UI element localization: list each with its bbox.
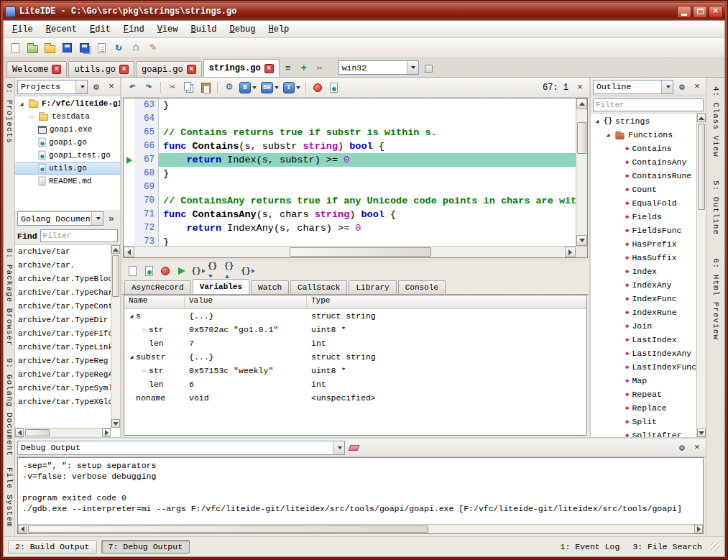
projects-close-icon[interactable]: × [105, 81, 118, 93]
variable-row-noname[interactable]: nonamevoid<unspecified> [124, 391, 586, 405]
output-gear-icon[interactable]: ⚙ [676, 441, 688, 454]
scrollbar-thumb[interactable] [577, 122, 586, 154]
outline-filter-input[interactable] [593, 98, 704, 111]
code-line-70[interactable]: 70// ContainsAny returns true if any Uni… [124, 194, 576, 208]
output-close-icon[interactable]: × [691, 441, 704, 454]
outline-func-lastindex[interactable]: ◆LastIndex [591, 333, 696, 346]
scrollbar-thumb[interactable] [698, 124, 705, 210]
code-line-71[interactable]: 71func ContainsAny(s, chars string) bool… [124, 208, 576, 221]
variable-row-str[interactable]: ▷str0x57153c "weekly"uint8 * [124, 364, 586, 377]
breakpoint-gutter[interactable] [124, 139, 134, 153]
scroll-right-icon[interactable] [694, 525, 703, 533]
clear-output-icon[interactable] [347, 441, 360, 454]
editor-hscrollbar[interactable] [124, 246, 587, 257]
expand-icon[interactable]: ▷ [28, 114, 35, 120]
outline-func-replace[interactable]: ◆Replace [591, 401, 696, 415]
titlebar[interactable]: LiteIDE - C:\Go\src\pkg\strings\strings.… [3, 3, 725, 20]
breakpoint-gutter[interactable] [124, 112, 134, 126]
variable-row-len[interactable]: len6int [124, 377, 586, 391]
copy-icon[interactable] [181, 80, 197, 96]
build-config-icon[interactable]: ⚙ [221, 80, 237, 96]
outline-func-splitafter[interactable]: ◆SplitAfter [591, 428, 696, 437]
expand-icon[interactable]: ▷ [140, 367, 149, 374]
outline-func-indexfunc[interactable]: ◆IndexFunc [591, 292, 696, 306]
menu-file[interactable]: File [6, 23, 39, 36]
edit-environment-icon[interactable]: ✎ [145, 40, 161, 56]
toggle-breakpoint-icon[interactable] [125, 264, 139, 278]
outline-func-join[interactable]: ◆Join [591, 319, 696, 333]
doc-item[interactable]: archive/tar.TypeXGlobalHeader [15, 395, 111, 409]
column-header-type[interactable]: Type [307, 295, 586, 308]
collapse-icon[interactable]: ◢ [127, 354, 136, 360]
menu-view[interactable]: View [152, 23, 184, 36]
close-tab-icon[interactable]: × [187, 65, 196, 74]
project-item-readme-md[interactable]: README.md [15, 175, 120, 188]
doc-item[interactable]: archive/tar.TypeSymlink [15, 382, 111, 395]
status-2-build-output[interactable]: 2: Build Output [8, 540, 97, 554]
project-item-goapi-go[interactable]: goapi.go [15, 136, 120, 149]
new-file-icon[interactable] [7, 40, 23, 56]
variable-row-len[interactable]: len7int [124, 336, 586, 350]
minimize-button[interactable] [677, 6, 691, 18]
status-1-event-log[interactable]: 1: Event Log [556, 541, 625, 553]
show-log-icon[interactable] [142, 264, 156, 278]
outline-func-split[interactable]: ◆Split [591, 415, 696, 428]
debug-tab-callstack[interactable]: CallStack [290, 280, 347, 294]
scrollbar-thumb[interactable] [290, 247, 432, 257]
maximize-button[interactable] [693, 6, 707, 18]
doc-item[interactable]: archive/tar. [15, 259, 111, 272]
outline-func-contains[interactable]: ◆Contains [591, 142, 696, 155]
doc-list-hscrollbar[interactable] [15, 428, 111, 437]
dock-toggle-6-html-preview[interactable]: 6: Html Preview [711, 252, 721, 346]
doc-item[interactable]: archive/tar [15, 245, 111, 259]
paste-icon[interactable] [198, 80, 213, 96]
doc-item[interactable]: archive/tar.TypeRegA [15, 368, 111, 382]
doc-item[interactable]: archive/tar.TypeChar [15, 286, 111, 300]
close-tab-icon[interactable]: × [264, 64, 274, 73]
project-item-goapi-exe[interactable]: goapi.exe [15, 123, 120, 136]
code-line-72[interactable]: 72 return IndexAny(s, chars) >= 0 [124, 221, 576, 235]
code-line-66[interactable]: 66func Contains(s, substr string) bool { [124, 139, 576, 153]
breakpoint-gutter[interactable] [124, 221, 134, 235]
outline-combo[interactable]: Outline [593, 80, 673, 94]
collapse-icon[interactable]: ◢ [594, 118, 601, 124]
status-7-debug-output[interactable]: 7: Debug Output [101, 540, 190, 554]
scroll-down-icon[interactable] [576, 235, 587, 246]
collapse-icon[interactable]: ◢ [604, 132, 612, 138]
tab-strings-go[interactable]: strings.go× [203, 59, 280, 77]
scroll-left-icon[interactable] [18, 525, 27, 533]
outline-close-icon[interactable]: × [691, 81, 704, 93]
tab-welcome[interactable]: Welcome× [6, 61, 67, 77]
outline-func-containsany[interactable]: ◆ContainsAny [591, 155, 696, 169]
tab-utils-go[interactable]: utils.go× [68, 61, 134, 77]
target-combo[interactable]: win32 [338, 60, 419, 75]
outline-func-equalfold[interactable]: ◆EqualFold [591, 196, 696, 210]
outline-func-count[interactable]: ◆Count [591, 183, 696, 196]
scrollbar-thumb[interactable] [112, 255, 119, 297]
scroll-down-icon[interactable] [111, 419, 120, 428]
scroll-down-icon[interactable] [697, 428, 706, 437]
code-line-67[interactable]: 67 return Index(s, substr) >= 0 [124, 153, 576, 167]
outline-func-repeat[interactable]: ◆Repeat [591, 387, 696, 401]
build-menu-t[interactable]: T [282, 80, 302, 96]
close-button[interactable]: × [709, 6, 723, 18]
menu-debug[interactable]: Debug [224, 23, 261, 36]
dock-toggle-0-projects[interactable]: 0: Projects [4, 78, 14, 150]
code-line-63[interactable]: 63} [124, 98, 576, 112]
start-debug-icon[interactable] [310, 80, 326, 96]
debug-tab-console[interactable]: Console [398, 280, 446, 294]
step-over-icon[interactable]: {} [191, 264, 206, 278]
outline-group-functions[interactable]: ◢Functions [591, 128, 696, 142]
doc-item[interactable]: archive/tar.TypeCont [15, 300, 111, 313]
tab-list-icon[interactable]: ≡ [281, 61, 295, 75]
breakpoint-gutter[interactable] [124, 235, 134, 246]
code-line-73[interactable]: 73} [124, 235, 576, 246]
scroll-up-icon[interactable] [697, 114, 706, 122]
menu-build[interactable]: Build [185, 23, 222, 36]
outline-func-indexany[interactable]: ◆IndexAny [591, 278, 696, 292]
cut-icon[interactable]: ✂ [165, 80, 180, 96]
close-tab-icon[interactable]: × [52, 65, 61, 74]
code-line-69[interactable]: 69 [124, 180, 576, 194]
close-editor-icon[interactable]: × [573, 81, 586, 94]
doc-item[interactable]: archive/tar.TypeDir [15, 313, 111, 327]
